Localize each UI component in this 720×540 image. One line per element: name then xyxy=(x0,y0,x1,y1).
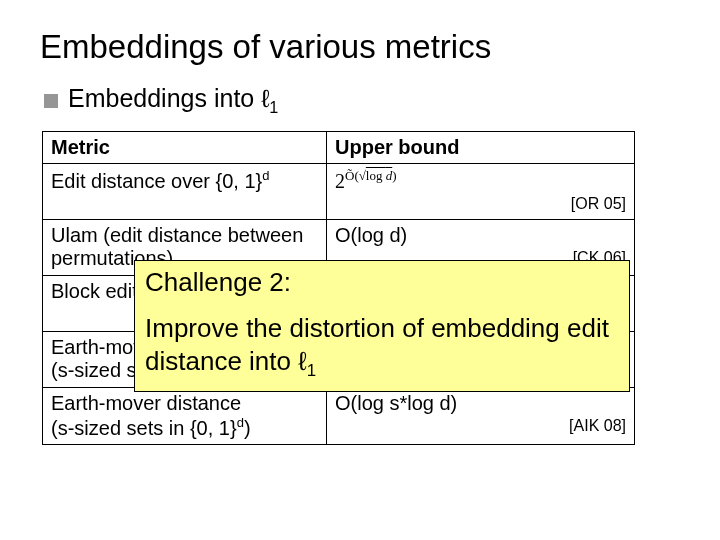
challenge-body: Improve the distortion of embedding edit… xyxy=(145,312,619,381)
ulam-line1: Ulam (edit distance between xyxy=(51,224,303,246)
cell-metric-edit: Edit distance over {0, 1}d xyxy=(43,164,327,220)
table-header-row: Metric Upper bound xyxy=(43,132,635,164)
bullet-marker xyxy=(44,94,58,108)
emdcube-line2-sup: d xyxy=(237,415,244,430)
edit-cite: [OR 05] xyxy=(335,195,626,213)
cell-bound-emdcube: O(log s*log d) [AIK 08] xyxy=(327,388,635,445)
challenge-title: Challenge 2: xyxy=(145,267,619,298)
bullet-text: Embeddings into ℓ1 xyxy=(68,84,278,117)
emdcube-line2-suffix: ) xyxy=(244,417,251,439)
edit-metric-sup: d xyxy=(262,168,269,183)
header-metric: Metric xyxy=(43,132,327,164)
header-upper: Upper bound xyxy=(327,132,635,164)
edit-bound-expr: 2Õ(√log d) xyxy=(335,170,397,192)
emdcube-cite: [AIK 08] xyxy=(335,417,626,435)
cell-metric-emdcube: Earth-mover distance (s-sized sets in {0… xyxy=(43,388,327,445)
challenge-ell-sub: 1 xyxy=(307,361,316,380)
slide-root: Embeddings of various metrics Embeddings… xyxy=(0,0,720,540)
cell-bound-edit: 2Õ(√log d) [OR 05] xyxy=(327,164,635,220)
ulam-bound: O(log d) xyxy=(335,224,407,246)
challenge-ell: ℓ xyxy=(298,346,306,376)
table-row: Edit distance over {0, 1}d 2Õ(√log d) [O… xyxy=(43,164,635,220)
bullet-item: Embeddings into ℓ1 xyxy=(44,84,680,117)
table-row: Earth-mover distance (s-sized sets in {0… xyxy=(43,388,635,445)
bullet-text-prefix: Embeddings into xyxy=(68,84,261,112)
emdcube-line2-prefix: (s-sized sets in {0, 1} xyxy=(51,417,237,439)
edit-metric-prefix: Edit distance over {0, 1} xyxy=(51,170,262,192)
emdcube-bound: O(log s*log d) xyxy=(335,392,457,414)
challenge-callout: Challenge 2: Improve the distortion of e… xyxy=(134,260,630,392)
slide-title: Embeddings of various metrics xyxy=(40,28,680,66)
emdcube-line1: Earth-mover distance xyxy=(51,392,241,414)
challenge-body-prefix: Improve the distortion of embedding edit… xyxy=(145,313,609,376)
ell-subscript: 1 xyxy=(269,98,278,116)
